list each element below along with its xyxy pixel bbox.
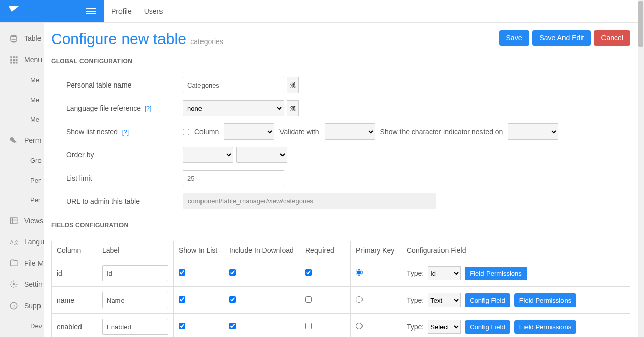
checkbox-required[interactable]: [305, 296, 312, 303]
sidebar-item-label: Table: [24, 34, 41, 43]
field-permissions-button[interactable]: Field Permissions: [514, 320, 577, 334]
th-required: Required: [300, 241, 351, 260]
row-url: URL to admin this table component/table_…: [51, 193, 630, 209]
config-field-button[interactable]: Config Field: [465, 320, 510, 334]
sidebar-item-gro[interactable]: Gro: [0, 151, 44, 171]
help-lang-file-ref[interactable]: [?]: [145, 105, 151, 112]
svg-rect-7: [10, 62, 12, 64]
checkbox-showInList[interactable]: [179, 296, 185, 303]
input-personal-table-name[interactable]: [183, 77, 284, 93]
svg-rect-3: [16, 56, 18, 58]
menu-toggle-icon[interactable]: [86, 8, 96, 14]
sidebar-item-label: Settin: [24, 280, 43, 288]
url-value: component/table_manager/view/categories: [183, 193, 436, 209]
row-list-limit: List limit: [51, 170, 630, 186]
translate-icon[interactable]: 漢: [287, 100, 299, 116]
sidebar-item-langu[interactable]: A文Langu: [0, 231, 44, 252]
scrollbar[interactable]: [638, 0, 644, 337]
help-show-list-nested[interactable]: [?]: [122, 129, 129, 136]
fields-config-heading: FIELDS CONFIGURATION: [51, 222, 630, 233]
checkbox-required[interactable]: [305, 323, 312, 329]
sidebar-item-me[interactable]: Me: [0, 70, 44, 90]
scrollbar-thumb[interactable]: [638, 1, 643, 47]
sidebar: TableMenuMeMeMePermGroPerPerViewsA文Langu…: [0, 23, 44, 337]
radio-primary-key[interactable]: [356, 323, 363, 329]
checkbox-includeInDownload[interactable]: [229, 269, 236, 276]
nav-profile[interactable]: Profile: [111, 7, 132, 15]
save-button[interactable]: Save: [499, 30, 530, 46]
svg-rect-1: [10, 56, 12, 58]
label-show-list-nested: Show list nested [?]: [66, 128, 183, 136]
checkbox-required[interactable]: [305, 269, 312, 276]
checkbox-showInList[interactable]: [179, 269, 185, 276]
select-validate-with[interactable]: [325, 123, 375, 140]
sidebar-item-me[interactable]: Me: [0, 110, 44, 130]
table-row: idType:IdField Permissions: [52, 260, 630, 287]
table-row: enabledType:SelectConfig FieldField Perm…: [52, 314, 630, 338]
sidebar-item-perm[interactable]: Perm: [0, 130, 44, 151]
th-label: Label: [97, 241, 174, 260]
cell-column: id: [52, 260, 97, 287]
save-and-edit-button[interactable]: Save And Edit: [532, 30, 591, 46]
input-field-label[interactable]: [102, 319, 168, 335]
sidebar-icon: A文: [9, 237, 18, 246]
sidebar-icon: [9, 280, 18, 289]
th-column: Column: [52, 241, 97, 260]
row-show-list-nested: Show list nested [?] Column Validate wit…: [51, 123, 630, 140]
table-row: nameType:TextConfig FieldField Permissio…: [52, 287, 630, 314]
svg-rect-5: [13, 59, 15, 61]
sidebar-item-supp[interactable]: ?Supp: [0, 295, 44, 316]
top-nav: Profile Users: [104, 0, 163, 22]
nav-users[interactable]: Users: [144, 7, 163, 15]
sidebar-item-settin[interactable]: Settin: [0, 274, 44, 295]
config-field-button[interactable]: Config Field: [465, 293, 510, 307]
input-field-label[interactable]: [102, 292, 168, 308]
checkbox-showInList[interactable]: [179, 323, 185, 329]
sidebar-icon: [9, 34, 18, 43]
label-lang-file-ref: Language file reference [?]: [66, 104, 183, 112]
label-column: Column: [194, 128, 219, 136]
select-order-by-field[interactable]: [183, 147, 233, 163]
th-config-field: Configuration Field: [401, 241, 630, 260]
svg-text:?: ?: [13, 304, 15, 309]
label-order-by: Order by: [66, 151, 183, 159]
input-field-label[interactable]: [102, 265, 168, 281]
select-nested-column[interactable]: [224, 123, 274, 140]
field-permissions-button[interactable]: Field Permissions: [465, 267, 527, 280]
page-subtitle: categories: [190, 37, 223, 46]
checkbox-includeInDownload[interactable]: [229, 296, 236, 303]
sidebar-item-per[interactable]: Per: [0, 190, 44, 210]
sidebar-item-label: Dev: [30, 322, 42, 330]
select-order-by-dir[interactable]: [236, 147, 287, 163]
sidebar-item-table[interactable]: Table: [0, 28, 44, 49]
select-lang-file-ref[interactable]: none: [183, 100, 284, 116]
sidebar-item-dev[interactable]: Dev: [0, 316, 44, 336]
sidebar-item-file m[interactable]: File M: [0, 252, 44, 274]
cancel-button[interactable]: Cancel: [594, 30, 630, 46]
sidebar-icon: [9, 259, 18, 268]
sidebar-item-me[interactable]: Me: [0, 90, 44, 110]
sidebar-icon: ?: [9, 301, 18, 310]
select-char-indicator[interactable]: [508, 123, 558, 140]
select-field-type[interactable]: Select: [428, 320, 461, 334]
sidebar-item-menu[interactable]: Menu: [0, 49, 44, 70]
select-field-type[interactable]: Text: [428, 293, 461, 307]
input-list-limit[interactable]: [183, 170, 284, 186]
svg-rect-9: [16, 62, 18, 64]
sidebar-item-per[interactable]: Per: [0, 171, 44, 190]
select-field-type[interactable]: Id: [428, 266, 461, 280]
svg-rect-8: [13, 62, 15, 64]
checkbox-show-list-nested[interactable]: [183, 129, 189, 135]
radio-primary-key[interactable]: [356, 296, 363, 303]
sidebar-item-views[interactable]: Views: [0, 210, 44, 231]
translate-icon[interactable]: 漢: [287, 77, 299, 93]
topbar: Profile Users: [0, 0, 644, 23]
topbar-brand-area: [0, 0, 104, 22]
row-order-by: Order by: [51, 147, 630, 163]
fields-table: Column Label Show In List Include In Dow…: [51, 241, 630, 337]
svg-point-14: [13, 283, 15, 286]
radio-primary-key[interactable]: [356, 269, 363, 276]
checkbox-includeInDownload[interactable]: [229, 323, 236, 329]
field-permissions-button[interactable]: Field Permissions: [514, 293, 577, 307]
label-show-char-indicator: Show the character indicator nested on: [380, 128, 503, 136]
